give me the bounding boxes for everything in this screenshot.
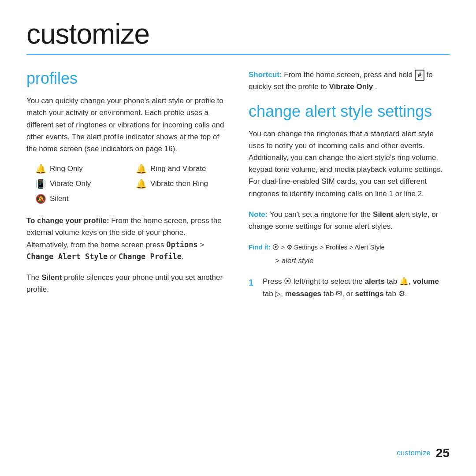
hash-key-icon: # <box>415 70 424 81</box>
vibrate-only-label: Vibrate Only <box>50 179 91 188</box>
profile-silent: 🔕 Silent <box>35 193 127 204</box>
change-alert-style-link: Change Alert Style <box>26 252 108 261</box>
step-1-text: Press ⦿ left/right to select the alerts … <box>263 275 450 299</box>
ring-vibrate-label: Ring and Vibrate <box>150 164 206 173</box>
title-divider <box>26 54 450 55</box>
page-title: customize <box>26 18 450 50</box>
step-1: 1 Press ⦿ left/right to select the alert… <box>249 275 450 299</box>
find-it-settings: Settings > Profiles > Alert Style <box>294 241 385 253</box>
silent-text-1: The <box>26 273 41 282</box>
columns-layout: profiles You can quickly change your pho… <box>26 69 450 304</box>
shortcut-bold-label: Shortcut: <box>249 71 282 79</box>
shortcut-target: Vibrate Only <box>329 82 373 91</box>
page: customize profiles You can quickly chang… <box>0 0 476 476</box>
profile-ring-only: 🔔 Ring Only <box>35 164 127 174</box>
settings-icon: ⚙ <box>286 241 292 253</box>
find-it-bold: Find it: <box>249 241 271 253</box>
settings-bold: settings <box>355 290 383 298</box>
footer-page-number: 25 <box>436 446 450 460</box>
messages-bold: messages <box>285 290 321 298</box>
change-profile-text: To change your profile: From the home sc… <box>26 215 227 263</box>
profiles-grid: 🔔 Ring Only 🔔 Ring and Vibrate 📳 Vibrate… <box>35 164 227 204</box>
shortcut-paragraph: Shortcut: From the home screen, press an… <box>249 69 450 93</box>
find-it-nav-icon: ⦿ > <box>272 241 285 253</box>
vibrate-ring-label: Vibrate then Ring <box>150 179 208 188</box>
change-profile-bold: To change your profile: <box>26 216 109 225</box>
options-link: Options <box>166 240 198 249</box>
step-1-number: 1 <box>249 275 257 299</box>
find-it-section: Find it: ⦿ > ⚙ Settings > Profiles > Ale… <box>249 241 450 267</box>
note-section: Note: You can't set a ringtone for the S… <box>249 208 450 232</box>
profile-vibrate-only: 📳 Vibrate Only <box>35 178 127 189</box>
right-column: Shortcut: From the home screen, press an… <box>249 69 450 304</box>
shortcut-text: From the home screen, press and hold <box>284 71 415 79</box>
profile-vibrate-ring: 🔔 Vibrate then Ring <box>136 178 227 189</box>
silent-bold: Silent <box>41 273 62 282</box>
vibrate-ring-icon: 🔔 <box>136 178 147 189</box>
left-column: profiles You can quickly change your pho… <box>26 69 227 304</box>
change-profile-link: Change Profile <box>119 252 182 261</box>
find-it-italic: > alert style <box>275 255 450 267</box>
note-silent: Silent <box>373 210 393 219</box>
silent-profile-text: The Silent profile silences your phone u… <box>26 271 227 295</box>
note-paragraph: Note: You can't set a ringtone for the S… <box>249 208 450 232</box>
numbered-list: 1 Press ⦿ left/right to select the alert… <box>249 275 450 299</box>
profile-ring-vibrate: 🔔 Ring and Vibrate <box>136 164 227 174</box>
alerts-bold: alerts <box>364 277 384 286</box>
change-alert-section-title: change alert style settings <box>249 102 450 121</box>
profiles-intro: You can quickly change your phone's aler… <box>26 95 227 155</box>
note-text: You can't set a ringtone for the <box>270 210 373 219</box>
note-bold: Note: <box>249 210 268 219</box>
profiles-section-title: profiles <box>26 69 227 88</box>
footer-label: customize <box>397 449 431 457</box>
silent-label: Silent <box>50 194 69 203</box>
alert-intro-text: You can change the ringtones that a stan… <box>249 128 450 200</box>
ring-vibrate-icon: 🔔 <box>136 164 147 174</box>
silent-icon: 🔕 <box>35 193 46 204</box>
volume-bold: volume <box>413 277 439 286</box>
vibrate-only-icon: 📳 <box>35 178 46 189</box>
ring-only-label: Ring Only <box>50 164 83 173</box>
ring-only-icon: 🔔 <box>35 164 46 174</box>
footer: customize 25 <box>397 446 450 460</box>
find-it-path: Find it: ⦿ > ⚙ Settings > Profiles > Ale… <box>249 241 450 253</box>
